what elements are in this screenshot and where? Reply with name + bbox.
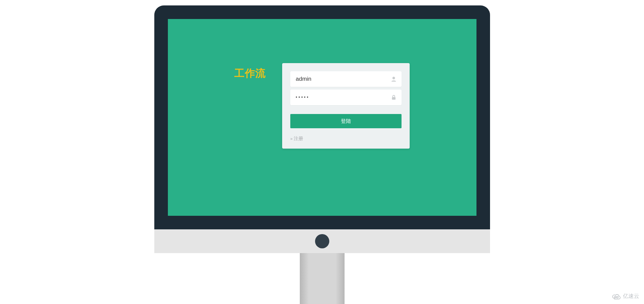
svg-point-3 — [617, 296, 618, 298]
login-card: 登陆 »注册 — [282, 63, 410, 149]
app-title: 工作流 — [234, 66, 266, 80]
login-button[interactable]: 登陆 — [290, 114, 402, 128]
watermark: 亿速云 — [612, 293, 639, 300]
svg-point-2 — [614, 296, 616, 298]
monitor-frame: 工作流 — [154, 5, 490, 304]
username-wrap — [290, 71, 402, 87]
password-wrap — [290, 90, 402, 105]
register-row: »注册 — [290, 136, 402, 142]
svg-point-0 — [392, 77, 395, 79]
monitor-chin — [154, 229, 490, 253]
register-link[interactable]: 注册 — [294, 136, 303, 141]
chevron-right-icon: » — [290, 136, 293, 141]
cloud-icon — [612, 293, 621, 300]
svg-rect-1 — [392, 97, 396, 100]
lock-icon — [391, 94, 397, 100]
monitor-stand — [300, 253, 345, 304]
user-icon — [391, 76, 397, 82]
power-button-icon — [315, 234, 329, 248]
username-input[interactable] — [296, 76, 387, 82]
monitor-bezel: 工作流 — [154, 5, 490, 229]
password-input[interactable] — [296, 95, 387, 100]
monitor-screen: 工作流 — [168, 19, 476, 216]
watermark-text: 亿速云 — [623, 293, 639, 300]
